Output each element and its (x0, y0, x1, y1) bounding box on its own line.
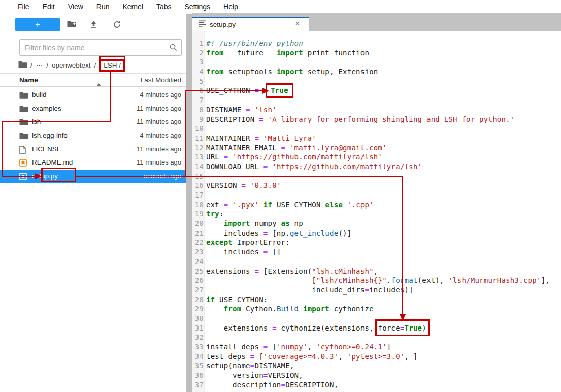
jupyterlab-window: FileEditViewRunKernelTabsSettingsHelp + … (0, 0, 561, 392)
menu-item-help[interactable]: Help (217, 3, 245, 11)
line-number: 37 (192, 380, 204, 390)
filter-files-input[interactable] (19, 39, 182, 56)
file-row-readme.md[interactable]: README.md11 minutes ago (0, 156, 186, 170)
line-number: 10 (192, 124, 204, 134)
file-row-lsh.egg-info[interactable]: lsh.egg-info4 minutes ago (0, 129, 186, 143)
code-line: 35setup(name=DISTNAME, (192, 361, 561, 371)
python-icon (19, 173, 27, 182)
line-number: 6 (192, 86, 204, 95)
menu-item-kernel[interactable]: Kernel (116, 3, 149, 11)
breadcrumb-item-lsh-annotated[interactable]: LSH / (100, 59, 125, 71)
line-number: 22 (192, 238, 204, 247)
file-name: examples (32, 105, 61, 112)
code-line: 1#! /usr/bin/env python (192, 39, 561, 48)
code-line: 7 (192, 95, 561, 105)
close-icon[interactable]: × (295, 19, 300, 29)
menu-bar: FileEditViewRunKernelTabsSettingsHelp (0, 0, 561, 13)
tab-setup-py[interactable]: setup.py × (192, 17, 309, 31)
tab-label: setup.py (210, 21, 236, 28)
code-line: 2from __future__ import print_function (192, 48, 561, 58)
folder-icon[interactable] (18, 61, 27, 70)
code-line: 37 description=DESCRIPTION, (192, 380, 561, 390)
file-list: build4 minutes agoexamples11 minutes ago… (0, 88, 186, 183)
line-number: 20 (192, 219, 204, 228)
code-line: 17 (192, 190, 561, 200)
file-row-setup.py[interactable]: setup.pyseconds ago (0, 170, 186, 183)
menu-item-tabs[interactable]: Tabs (150, 3, 178, 11)
menu-item-run[interactable]: Run (90, 3, 116, 11)
code-line: 9DESCRIPTION = 'A library for performing… (192, 115, 561, 124)
breadcrumb-item[interactable]: openwebtext (52, 61, 91, 69)
breadcrumb-item[interactable]: ⋯ (36, 61, 43, 69)
code-line: 34test_deps = ['coverage>=4.0.3', 'pytes… (192, 352, 561, 362)
code-line: 10 (192, 124, 561, 134)
new-launcher-button[interactable]: + (15, 18, 60, 31)
line-number: 21 (192, 228, 204, 238)
column-header-name[interactable]: Name (19, 76, 38, 84)
line-number: 8 (192, 105, 204, 115)
column-header-last-modified[interactable]: Last Modified (141, 76, 181, 84)
menu-item-edit[interactable]: Edit (36, 3, 61, 11)
breadcrumb-item[interactable]: / (46, 61, 48, 69)
line-number: 34 (192, 352, 204, 362)
file-browser-toolbar: + (0, 14, 186, 36)
code-line: 5 (192, 77, 561, 86)
line-number: 18 (192, 200, 204, 210)
code-editor[interactable]: 1#! /usr/bin/env python2from __future__ … (192, 31, 561, 392)
code-line: 11MAINTAINER = 'Matti Lyra' (192, 134, 561, 143)
file-modified: seconds ago (144, 172, 181, 180)
file-modified: 11 minutes ago (137, 145, 181, 153)
file-name: README.md (32, 158, 73, 166)
code-line: 29 from Cython.Build import cythonize (192, 304, 561, 314)
line-number: 33 (192, 342, 204, 352)
code-lines: 1#! /usr/bin/env python2from __future__ … (192, 39, 561, 389)
file-name: lsh (32, 118, 41, 125)
line-number: 4 (192, 67, 204, 77)
line-number: 25 (192, 267, 204, 276)
code-line: 33install_deps = ['numpy', 'cython>=0.24… (192, 342, 561, 352)
line-number: 11 (192, 134, 204, 143)
folder-icon (19, 132, 28, 141)
file-row-examples[interactable]: examples11 minutes ago (0, 102, 186, 116)
line-number: 17 (192, 190, 204, 200)
code-line: 27 include_dirs=includes)] (192, 285, 561, 295)
panel-divider[interactable] (186, 14, 192, 392)
tab-bar: setup.py × (192, 13, 561, 31)
code-line: 21 includes = [np.get_include()] (192, 228, 561, 238)
code-line: 30 (192, 314, 561, 323)
file-row-license[interactable]: LICENSE11 minutes ago (0, 143, 186, 156)
file-browser-panel: + /⋯/openwebtext/LSH / Name Last M (0, 14, 186, 392)
menu-item-settings[interactable]: Settings (178, 3, 217, 11)
menu-item-view[interactable]: View (61, 3, 90, 11)
code-line: 18ext = '.pyx' if USE_CYTHON else '.cpp' (192, 200, 561, 210)
code-line: 6USE_CYTHON =True (192, 86, 561, 95)
line-number: 36 (192, 371, 204, 380)
line-number: 12 (192, 143, 204, 153)
line-number: 5 (192, 77, 204, 86)
code-line: 24 (192, 257, 561, 267)
folder-icon (19, 105, 28, 114)
line-number: 3 (192, 57, 204, 67)
line-number: 32 (192, 333, 204, 342)
sort-ascending-caret-icon[interactable] (96, 79, 101, 88)
line-number: 13 (192, 152, 204, 162)
separator (0, 73, 186, 74)
line-number: 24 (192, 257, 204, 267)
file-name: setup.py (32, 172, 58, 180)
code-line: 4from setuptools import setup, Extension (192, 67, 561, 77)
breadcrumb-item[interactable]: / (30, 61, 32, 69)
refresh-icon[interactable] (113, 20, 123, 29)
code-line: 22except ImportError: (192, 238, 561, 247)
new-folder-icon[interactable] (67, 20, 77, 29)
breadcrumb-item[interactable]: / (94, 61, 96, 69)
line-number: 31 (192, 323, 204, 333)
folder-icon (19, 91, 28, 101)
line-number: 30 (192, 314, 204, 323)
file-row-build[interactable]: build4 minutes ago (0, 88, 186, 102)
menu-item-file[interactable]: File (11, 3, 36, 11)
line-number: 7 (192, 95, 204, 105)
upload-icon[interactable] (89, 20, 100, 29)
line-number: 23 (192, 247, 204, 257)
code-line: 19try: (192, 209, 561, 219)
file-row-lsh[interactable]: lsh11 minutes ago (0, 115, 186, 129)
